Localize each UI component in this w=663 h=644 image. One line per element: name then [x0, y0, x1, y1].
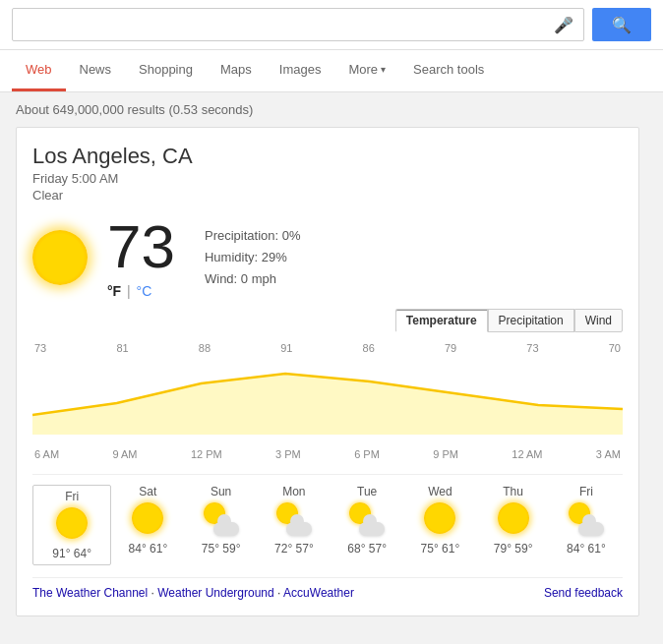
results-area: About 649,000,000 results (0.53 seconds)… — [0, 92, 663, 626]
day-label: Mon — [258, 485, 331, 498]
temperature-chart: 73 81 88 91 86 79 73 70 6 AM 9 AM — [32, 342, 623, 460]
accuweather-link[interactable]: AccuWeather — [283, 586, 354, 600]
chart-tabs: Temperature Precipitation Wind — [32, 309, 623, 332]
send-feedback-link[interactable]: Send feedback — [544, 586, 623, 600]
mic-icon[interactable]: 🎤 — [544, 16, 583, 34]
day-label: Fri — [550, 485, 623, 498]
weather-datetime: Friday 5:00 AM — [32, 171, 623, 186]
day-temps: 75° 59° — [185, 542, 258, 556]
day-temps: 79° 59° — [477, 542, 550, 556]
day-icon-partly-cloudy — [204, 502, 239, 538]
weather-condition: Clear — [32, 188, 623, 203]
weather-footer: The Weather Channel · Weather Undergroun… — [32, 577, 623, 600]
precipitation-detail: Precipitation: 0% — [205, 225, 301, 247]
search-input[interactable]: los angeles weather — [13, 16, 544, 33]
unit-separator: | — [127, 283, 131, 299]
day-icon-sun — [422, 502, 457, 538]
forecast-day-wed[interactable]: Wed 75° 61° — [403, 485, 476, 565]
day-icon-sun — [496, 502, 531, 538]
tab-news[interactable]: News — [66, 50, 126, 91]
tab-shopping[interactable]: Shopping — [125, 50, 207, 91]
day-icon-partly-cloudy — [349, 502, 385, 538]
day-temps: 91° 64° — [35, 547, 108, 560]
chart-hour-labels: 6 AM 9 AM 12 PM 3 PM 6 PM 9 PM 12 AM 3 A… — [32, 448, 623, 460]
day-label: Thu — [477, 485, 550, 498]
day-icon-partly-cloudy — [569, 502, 604, 538]
source-links: The Weather Channel · Weather Undergroun… — [32, 586, 354, 600]
chevron-down-icon: ▾ — [381, 64, 386, 75]
day-temps: 68° 57° — [331, 542, 403, 556]
temperature-display: 73 °F | °C — [107, 216, 175, 299]
wind-detail: Wind: 0 mph — [205, 268, 301, 290]
daily-forecast: Fri 91° 64° Sat 84° 61° Sun 7 — [32, 474, 623, 565]
day-label: Sun — [185, 485, 258, 498]
tab-search-tools[interactable]: Search tools — [399, 50, 498, 91]
search-box: los angeles weather 🎤 — [12, 8, 584, 41]
weather-location: Los Angeles, CA — [32, 144, 623, 169]
nav-tabs: Web News Shopping Maps Images More ▾ Sea… — [0, 50, 663, 92]
results-count: About 649,000,000 results (0.53 seconds) — [16, 102, 647, 117]
day-temps: 84° 61° — [111, 542, 184, 556]
feedback-link[interactable]: Send feedback — [544, 586, 623, 600]
forecast-day-sun[interactable]: Sun 75° 59° — [185, 485, 258, 565]
search-icon: 🔍 — [612, 16, 632, 34]
unit-c[interactable]: °C — [137, 283, 152, 299]
weather-details: Precipitation: 0% Humidity: 29% Wind: 0 … — [205, 225, 301, 290]
forecast-day-tue[interactable]: Tue 68° 57° — [331, 485, 403, 565]
humidity-detail: Humidity: 29% — [205, 247, 301, 268]
chart-tab-temperature[interactable]: Temperature — [395, 309, 488, 332]
weather-underground-link[interactable]: Weather Underground — [157, 586, 274, 600]
tab-web[interactable]: Web — [12, 50, 66, 91]
tab-more[interactable]: More ▾ — [334, 50, 399, 91]
day-icon-sun — [54, 507, 90, 543]
tab-maps[interactable]: Maps — [207, 50, 266, 91]
search-header: los angeles weather 🎤 🔍 — [0, 0, 663, 50]
sun-icon — [32, 230, 88, 285]
weather-card: Los Angeles, CA Friday 5:00 AM Clear 73 … — [16, 127, 639, 616]
chart-tab-wind[interactable]: Wind — [574, 309, 623, 332]
day-label: Fri — [35, 490, 108, 503]
day-temps: 84° 61° — [550, 542, 623, 556]
chart-value-labels: 73 81 88 91 86 79 73 70 — [32, 342, 623, 354]
day-icon-sun — [130, 502, 165, 538]
tab-images[interactable]: Images — [266, 50, 335, 91]
unit-f[interactable]: °F — [107, 283, 121, 299]
forecast-day-sat[interactable]: Sat 84° 61° — [111, 485, 184, 565]
day-label: Sat — [111, 485, 184, 498]
day-temps: 75° 61° — [403, 542, 476, 556]
forecast-day-fri-selected[interactable]: Fri 91° 64° — [32, 485, 111, 565]
temperature-units[interactable]: °F | °C — [107, 283, 175, 299]
temperature-value: 73 — [107, 212, 175, 280]
day-icon-partly-cloudy — [276, 502, 312, 538]
weather-channel-link[interactable]: The Weather Channel — [32, 586, 148, 600]
forecast-day-mon[interactable]: Mon 72° 57° — [258, 485, 331, 565]
chart-tab-precipitation[interactable]: Precipitation — [488, 309, 574, 332]
current-temp-row: 73 °F | °C Precipitation: 0% Humidity: 2… — [32, 216, 623, 299]
day-label: Wed — [403, 485, 476, 498]
search-button[interactable]: 🔍 — [592, 8, 651, 41]
forecast-day-fri2[interactable]: Fri 84° 61° — [550, 485, 623, 565]
chart-svg-container — [32, 356, 623, 444]
day-temps: 72° 57° — [258, 542, 331, 556]
forecast-day-thu[interactable]: Thu 79° 59° — [477, 485, 550, 565]
day-label: Tue — [331, 485, 403, 498]
